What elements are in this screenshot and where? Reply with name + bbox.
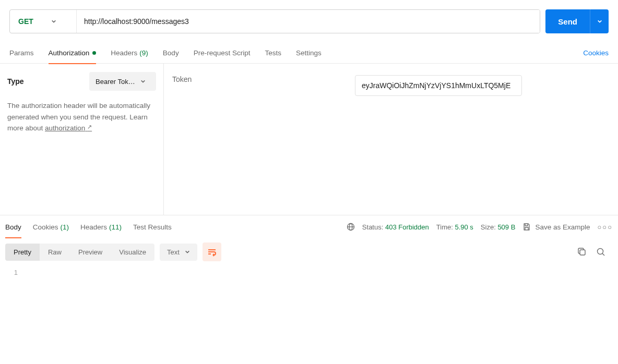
auth-type-panel: Type Bearer Tok… The authorization heade… <box>0 64 164 215</box>
method-url-bar: GET <box>9 9 540 33</box>
chevron-down-icon <box>597 19 602 24</box>
response-actions <box>577 247 613 257</box>
tab-params[interactable]: Params <box>9 43 34 64</box>
view-raw[interactable]: Raw <box>40 244 70 261</box>
auth-active-dot <box>92 51 96 55</box>
tab-pre-request[interactable]: Pre-request Script <box>194 43 251 64</box>
chevron-down-icon <box>185 249 190 254</box>
view-visualize[interactable]: Visualize <box>111 244 154 261</box>
tab-label: Cookies <box>33 223 58 231</box>
tab-label: Headers <box>111 49 137 57</box>
save-as-example-button[interactable]: Save as Example <box>522 223 590 231</box>
authorization-panel: Type Bearer Tok… The authorization heade… <box>0 64 618 215</box>
svg-point-4 <box>598 249 603 254</box>
token-input[interactable] <box>355 75 522 96</box>
method-label: GET <box>18 17 33 26</box>
search-button[interactable] <box>596 247 605 257</box>
response-tab-headers[interactable]: Headers (11) <box>80 215 122 238</box>
format-select[interactable]: Text <box>160 244 197 261</box>
response-section: Body Cookies (1) Headers (11) Test Resul… <box>0 215 618 280</box>
view-preview[interactable]: Preview <box>70 244 111 261</box>
request-row: GET Send <box>0 0 618 43</box>
type-label: Type <box>7 77 24 86</box>
search-icon <box>596 247 605 257</box>
response-editor: 1 <box>0 265 618 280</box>
tab-settings[interactable]: Settings <box>296 43 322 64</box>
cookies-count: (1) <box>61 223 69 231</box>
status-value: 403 Forbidden <box>385 223 429 231</box>
more-options-button[interactable]: ○○○ <box>597 223 613 231</box>
tab-body[interactable]: Body <box>163 43 179 64</box>
chevron-down-icon <box>51 19 56 24</box>
size-meta: Size: 509 B <box>481 223 516 231</box>
line-number: 1 <box>5 269 18 276</box>
headers-count: (9) <box>139 49 148 57</box>
time-meta: Time: 5.90 s <box>436 223 473 231</box>
send-options-button[interactable] <box>590 9 609 33</box>
token-label: Token <box>172 75 339 83</box>
auth-type-value: Bearer Tok… <box>96 78 135 86</box>
response-tab-cookies[interactable]: Cookies (1) <box>33 215 69 238</box>
url-input[interactable] <box>77 10 540 33</box>
editor-content[interactable] <box>23 269 613 276</box>
cookies-link[interactable]: Cookies <box>583 49 609 57</box>
copy-icon <box>577 247 587 257</box>
svg-rect-3 <box>580 250 585 255</box>
tab-authorization[interactable]: Authorization <box>49 43 97 64</box>
response-tab-test-results[interactable]: Test Results <box>133 215 172 238</box>
wrap-icon <box>207 247 217 257</box>
type-row: Type Bearer Tok… <box>7 72 156 91</box>
response-tab-body[interactable]: Body <box>5 215 21 238</box>
size-value: 509 B <box>497 223 515 231</box>
tab-label: Authorization <box>49 49 90 57</box>
tab-label: Headers <box>80 223 107 231</box>
tab-tests[interactable]: Tests <box>265 43 281 64</box>
send-button[interactable]: Send <box>545 9 590 33</box>
response-view-tabs: Pretty Raw Preview Visualize Text <box>0 238 618 265</box>
save-icon <box>522 223 531 231</box>
resp-headers-count: (11) <box>109 223 122 231</box>
auth-config-panel: Token <box>164 64 618 215</box>
svg-line-5 <box>602 253 604 256</box>
auth-description: The authorization header will be automat… <box>7 100 156 134</box>
chevron-down-icon <box>140 79 146 84</box>
request-tabs: Params Authorization Headers (9) Body Pr… <box>0 43 618 64</box>
tab-headers[interactable]: Headers (9) <box>111 43 148 64</box>
line-gutter: 1 <box>5 269 23 276</box>
send-button-group: Send <box>545 9 609 33</box>
auth-learn-more-link[interactable]: authorization ↗ <box>45 124 92 132</box>
response-tabs: Body Cookies (1) Headers (11) Test Resul… <box>0 215 618 238</box>
view-mode-group: Pretty Raw Preview Visualize <box>5 244 154 261</box>
status-meta: Status: 403 Forbidden <box>362 223 429 231</box>
globe-icon[interactable] <box>347 223 355 231</box>
method-select[interactable]: GET <box>10 10 77 33</box>
external-link-icon: ↗ <box>87 124 92 130</box>
wrap-lines-button[interactable] <box>203 242 221 261</box>
response-meta: Status: 403 Forbidden Time: 5.90 s Size:… <box>347 223 613 231</box>
copy-button[interactable] <box>577 247 587 257</box>
time-value: 5.90 s <box>455 223 473 231</box>
auth-type-select[interactable]: Bearer Tok… <box>89 72 156 91</box>
view-pretty[interactable]: Pretty <box>5 244 40 261</box>
